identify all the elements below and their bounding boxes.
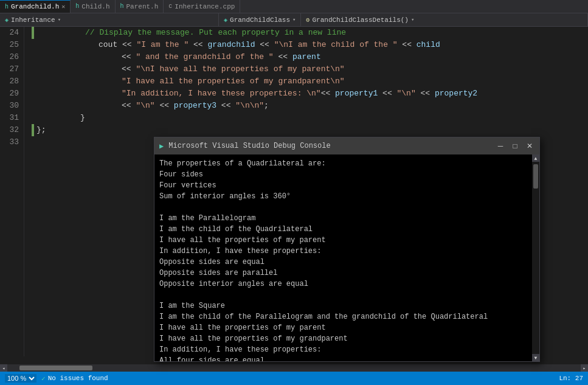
tab-icon-parent: h (120, 3, 124, 10)
class-dropdown-right[interactable]: ⚙ GrandChildClassDetails() ▾ (301, 13, 588, 26)
tab-bar: h Grandchild.h ✕ h Child.h h Parent.h c … (0, 0, 588, 13)
line-num-26: 26 (6, 51, 19, 63)
line29-str2: "\n" (397, 88, 416, 100)
code-line-26: << " and the grandchild of the " << pare… (32, 51, 588, 63)
green-bar-24 (32, 27, 34, 39)
dropdown-middle-label: GrandChildClass (230, 16, 290, 24)
line26-op2: << (274, 51, 292, 63)
console-line-11: Opposite sides are parallel (159, 268, 527, 279)
line26-parent: parent (292, 51, 321, 63)
line26-op: << (122, 51, 136, 63)
console-line-15: I am the child of the Parallelogram and … (159, 311, 527, 322)
console-line-9: In addition, I have these properties: (159, 246, 527, 257)
status-left: 100 % ✓ No issues found (5, 374, 108, 383)
tab-close-grandchild[interactable]: ✕ (61, 3, 65, 10)
code-line-25: cout << "I am the " << grandchild << "\n… (32, 39, 588, 51)
line-numbers: 24 25 26 27 28 29 30 31 32 33 (0, 27, 24, 356)
check-icon: ✓ (41, 375, 46, 383)
console-scrollbar: ▲ ▼ (532, 154, 539, 361)
line30-semi: ; (264, 100, 269, 112)
code-line-31: } (32, 112, 588, 124)
console-scroll-thumb[interactable] (533, 164, 538, 189)
line29-prop1: property1 (335, 88, 378, 100)
no-issues-label: No issues found (48, 375, 108, 382)
console-controls: ─ □ ✕ (496, 141, 534, 151)
status-bar: 100 % ✓ No issues found Ln: 27 (0, 372, 588, 385)
console-output: The properties of a Quadrilateral are: F… (154, 154, 532, 361)
tab-label-child: Child.h (81, 3, 109, 10)
console-icon: ▶ (159, 142, 164, 151)
line30-op: << (122, 100, 136, 112)
console-scroll-up[interactable]: ▲ (532, 154, 539, 162)
tab-grandchild-h[interactable]: h Grandchild.h ✕ (0, 0, 71, 13)
line-num-28: 28 (6, 75, 19, 88)
tab-label-parent: Parent.h (126, 3, 159, 10)
scroll-right-arrow[interactable]: ▸ (581, 364, 588, 372)
line-num-31: 31 (6, 112, 19, 124)
line-num-33: 33 (6, 136, 19, 148)
console-scroll-down[interactable]: ▼ (532, 354, 539, 361)
code-line-28: "I have all the properties of my grandpa… (32, 75, 588, 88)
line30-op3: << (216, 100, 235, 112)
line27-str: "\nI have all the properties of my paren… (136, 63, 344, 75)
line30-prop3: property3 (174, 100, 216, 112)
line25-cout: cout << (99, 39, 136, 51)
dropdown-right-arrow: ▾ (411, 16, 414, 23)
class-dropdown-left[interactable]: ◈ Inheritance ▾ (0, 13, 219, 26)
line29-prop2: property2 (435, 88, 477, 100)
tab-icon-grandchild: h (5, 4, 9, 10)
console-line-19: All four sides are equal (159, 355, 527, 361)
horizontal-scrollbar: ◂ ▸ (0, 364, 588, 372)
line25-grandchild: grandchild (207, 39, 255, 51)
dropdown-middle-arrow: ▾ (292, 16, 296, 23)
line29-op3: << (416, 88, 435, 100)
line-col-label: Ln: 27 (559, 375, 583, 382)
line29-op1: << (321, 88, 335, 100)
tab-inheritance-cpp[interactable]: c Inheritance.cpp (164, 0, 240, 13)
code-line-24: // Display the message. Put each propert… (32, 27, 588, 39)
zoom-select[interactable]: 100 % (5, 374, 36, 383)
line29-op2: << (378, 88, 396, 100)
console-line-6: I am the Parallelogram (159, 213, 527, 224)
line30-str2: "\n\n" (235, 100, 264, 112)
class-dropdown-middle[interactable]: ◈ GrandChildClass ▾ (219, 13, 301, 26)
line24-comment: // Display the message. Put each propert… (85, 27, 346, 39)
console-maximize-button[interactable]: □ (510, 141, 520, 151)
line-num-29: 29 (6, 88, 19, 100)
tab-icon-child: h (75, 3, 79, 10)
line33-empty (32, 136, 36, 148)
line27-op: << (122, 63, 136, 75)
line25-op2: << (255, 39, 274, 51)
line31-brace: } (80, 112, 85, 124)
scroll-left-arrow[interactable]: ◂ (0, 364, 7, 372)
green-bar-32 (32, 124, 34, 136)
tab-parent-h[interactable]: h Parent.h (116, 0, 164, 13)
dropdown-bar: ◈ Inheritance ▾ ◈ GrandChildClass ▾ ⚙ Gr… (0, 13, 588, 27)
console-line-12: Opposite interior angles are equal (159, 279, 527, 290)
line-num-27: 27 (6, 63, 19, 75)
code-line-27: << "\nI have all the properties of my pa… (32, 63, 588, 75)
tab-label-grandchild: Grandchild.h (11, 3, 59, 10)
console-line-13 (159, 290, 527, 300)
console-minimize-button[interactable]: ─ (496, 141, 505, 151)
status-check: ✓ No issues found (41, 375, 108, 383)
line30-op2: << (155, 100, 174, 112)
line-num-30: 30 (6, 100, 19, 112)
line30-str1: "\n" (136, 100, 154, 112)
console-line-4: Sum of interior angles is 360° (159, 191, 527, 202)
console-line-8: I have all the properties of my parent (159, 235, 527, 246)
console-close-button[interactable]: ✕ (525, 141, 534, 151)
line25-child: child (417, 39, 440, 51)
dropdown-left-label: Inheritance (11, 16, 55, 24)
dropdown-left-icon: ◈ (5, 16, 9, 24)
dropdown-left-arrow: ▾ (58, 16, 61, 23)
console-line-14: I am the Square (159, 300, 527, 311)
tab-child-h[interactable]: h Child.h (71, 0, 115, 13)
console-line-2: Four sides (159, 169, 527, 180)
tab-icon-inheritance: c (168, 3, 172, 10)
scroll-thumb-h[interactable] (19, 366, 92, 370)
dropdown-right-label: GrandChildClassDetails() (313, 16, 409, 24)
console-line-5 (159, 202, 527, 213)
console-title: Microsoft Visual Studio Debug Console (168, 142, 491, 150)
console-line-16: I have all the properties of my parent (159, 322, 527, 333)
